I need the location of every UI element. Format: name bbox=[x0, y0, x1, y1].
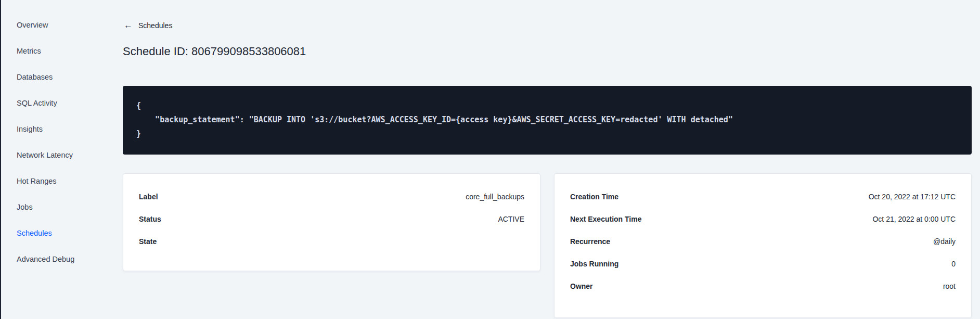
detail-row-label: Labelcore_full_backups bbox=[139, 185, 524, 208]
back-link-label: Schedules bbox=[138, 21, 172, 30]
detail-label: State bbox=[139, 237, 157, 246]
sidebar-item-jobs[interactable]: Jobs bbox=[0, 194, 123, 220]
detail-row-jobs-running: Jobs Running0 bbox=[570, 252, 956, 275]
detail-row-creation-time: Creation TimeOct 20, 2022 at 17:12 UTC bbox=[570, 185, 956, 208]
back-arrow-icon: ← bbox=[124, 21, 133, 30]
sidebar-item-hot-ranges[interactable]: Hot Ranges bbox=[0, 168, 123, 194]
detail-row-status: StatusACTIVE bbox=[139, 208, 524, 230]
schedule-timing-card: Creation TimeOct 20, 2022 at 17:12 UTCNe… bbox=[554, 173, 972, 318]
detail-row-next-execution-time: Next Execution TimeOct 21, 2022 at 0:00 … bbox=[570, 208, 956, 230]
detail-label: Owner bbox=[570, 282, 593, 290]
sidebar-item-schedules[interactable]: Schedules bbox=[0, 220, 123, 246]
detail-label: Next Execution Time bbox=[570, 215, 641, 223]
detail-row-state: State bbox=[139, 230, 524, 252]
detail-value: ACTIVE bbox=[498, 215, 524, 223]
sidebar-item-sql-activity[interactable]: SQL Activity bbox=[0, 90, 123, 116]
detail-label: Jobs Running bbox=[570, 260, 618, 268]
detail-value: root bbox=[943, 282, 956, 290]
detail-cards-row: Labelcore_full_backupsStatusACTIVEState … bbox=[123, 173, 972, 318]
sidebar-item-databases[interactable]: Databases bbox=[0, 64, 123, 90]
sidebar-item-network-latency[interactable]: Network Latency bbox=[0, 142, 123, 168]
sidebar-item-insights[interactable]: Insights bbox=[0, 116, 123, 142]
detail-value: core_full_backups bbox=[466, 193, 524, 201]
sidebar-item-overview[interactable]: Overview bbox=[0, 12, 123, 38]
sidebar-item-advanced-debug[interactable]: Advanced Debug bbox=[0, 246, 123, 272]
main-content: ← Schedules Schedule ID: 806799098533806… bbox=[123, 0, 980, 319]
detail-label: Label bbox=[139, 193, 158, 201]
detail-value: Oct 20, 2022 at 17:12 UTC bbox=[869, 193, 956, 201]
schedule-summary-card: Labelcore_full_backupsStatusACTIVEState bbox=[123, 173, 540, 271]
back-to-schedules-link[interactable]: ← Schedules bbox=[124, 21, 172, 30]
detail-row-recurrence: Recurrence@daily bbox=[570, 230, 956, 252]
detail-label: Creation Time bbox=[570, 193, 618, 201]
detail-row-owner: Ownerroot bbox=[570, 275, 956, 297]
window-left-edge bbox=[0, 0, 1, 319]
detail-label: Status bbox=[139, 215, 161, 223]
detail-value: Oct 21, 2022 at 0:00 UTC bbox=[872, 215, 956, 223]
sidebar-nav: OverviewMetricsDatabasesSQL ActivityInsi… bbox=[0, 0, 123, 319]
detail-label: Recurrence bbox=[570, 237, 610, 246]
detail-value: 0 bbox=[951, 260, 956, 268]
detail-value: @daily bbox=[933, 237, 956, 246]
schedule-statement-code-block: { "backup_statement": "BACKUP INTO 's3:/… bbox=[123, 86, 972, 155]
sidebar-item-metrics[interactable]: Metrics bbox=[0, 38, 123, 64]
page-title: Schedule ID: 806799098533806081 bbox=[123, 44, 972, 59]
